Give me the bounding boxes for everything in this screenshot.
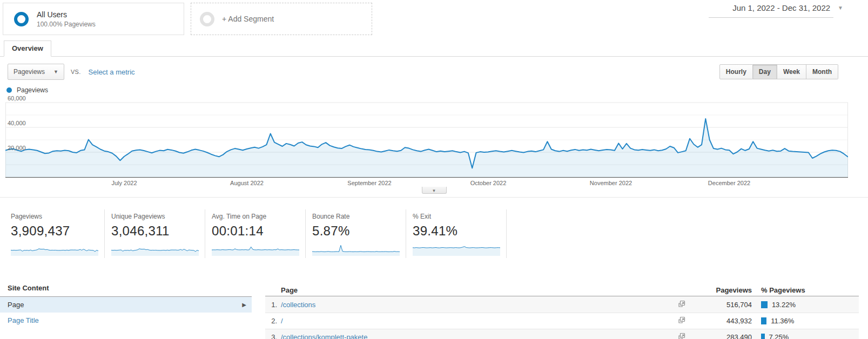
pct-bar [761, 334, 765, 339]
col-header-page[interactable]: Page [265, 286, 672, 294]
stat-value: 3,909,437 [11, 223, 104, 239]
stat-value: 39.41% [413, 223, 506, 239]
stat-label: Pageviews [11, 213, 104, 220]
row-index: 2. [265, 317, 277, 325]
site-content-header: Site Content [0, 284, 252, 297]
segment-ring-icon [14, 12, 29, 26]
pages-table: Page Pageviews % Pageviews 1./collection… [265, 284, 859, 339]
add-segment-ring-icon [200, 12, 214, 26]
legend-dot-icon [6, 87, 12, 93]
col-header-pageviews[interactable]: Pageviews [691, 286, 752, 294]
segment-subtitle: 100.00% Pageviews [37, 21, 96, 28]
granularity-month[interactable]: Month [806, 64, 838, 79]
granularity-buttons: HourlyDayWeekMonth [719, 64, 838, 79]
stat-sparkline [312, 241, 400, 256]
stats-row: Pageviews3,909,437Unique Pageviews3,046,… [4, 209, 868, 258]
stat-card-bounce-rate[interactable]: Bounce Rate5.87% [306, 209, 406, 258]
chevron-down-icon: ▼ [432, 188, 436, 193]
pageviews-value: 443,932 [691, 317, 752, 325]
pageviews-value: 516,704 [691, 301, 752, 309]
legend-label: Pageviews [17, 86, 48, 94]
bottom-section: Site Content Page▶Page Title Site Search… [0, 284, 868, 339]
stat-sparkline [111, 241, 199, 256]
chart-collapse-tab[interactable]: ▼ [422, 187, 447, 194]
x-axis-label: August 2022 [230, 180, 264, 186]
date-caret-icon[interactable]: ▼ [838, 5, 843, 11]
pageviews-chart[interactable]: 20,00040,00060,000July 2022August 2022Se… [5, 94, 848, 189]
page-link[interactable]: / [281, 317, 283, 325]
stat-label: Unique Pageviews [111, 213, 205, 220]
x-axis-label: October 2022 [470, 180, 507, 186]
stat-value: 3,046,311 [111, 223, 205, 239]
stat-label: % Exit [413, 213, 506, 220]
open-page-icon[interactable] [672, 333, 691, 339]
date-range-picker[interactable]: Jun 1, 2022 - Dec 31, 2022 ▼ [709, 2, 843, 18]
controls-row: Pageviews ▼ vs. Select a metric HourlyDa… [0, 57, 868, 80]
page-link[interactable]: /collections [281, 301, 315, 309]
table-row: 1./collections516,70413.22% [265, 296, 859, 313]
row-index: 3. [265, 333, 277, 339]
y-axis-label: 40,000 [8, 120, 26, 126]
pageviews-value: 283,490 [691, 333, 752, 339]
pct-label: 7.25% [769, 333, 789, 339]
stat-card-unique-pageviews[interactable]: Unique Pageviews3,046,311 [105, 209, 205, 258]
date-range-text[interactable]: Jun 1, 2022 - Dec 31, 2022 [709, 2, 833, 18]
nav-item-label: Page Title [8, 316, 39, 324]
add-segment-label: + Add Segment [222, 15, 274, 23]
dropdown-caret-icon: ▼ [53, 69, 58, 74]
y-axis-label: 20,000 [8, 145, 26, 151]
chart-legend: Pageviews [0, 86, 868, 94]
table-row: 2./443,93211.36% [265, 313, 859, 329]
add-segment-button[interactable]: + Add Segment [191, 3, 372, 35]
tab-overview[interactable]: Overview [4, 40, 51, 57]
x-axis-label: July 2022 [111, 180, 137, 186]
stat-label: Bounce Rate [312, 213, 406, 220]
granularity-day[interactable]: Day [753, 64, 777, 79]
x-axis-label: September 2022 [347, 180, 391, 186]
stat-value: 5.87% [312, 223, 406, 239]
pct-bar [761, 301, 768, 308]
x-axis-label: December 2022 [708, 180, 750, 186]
stat-card--exit[interactable]: % Exit39.41% [406, 209, 507, 258]
row-index: 1. [265, 301, 277, 309]
nav-item-label: Page [8, 301, 24, 309]
select-a-metric-link[interactable]: Select a metric [89, 68, 135, 76]
granularity-week[interactable]: Week [777, 64, 806, 79]
x-axis-label: November 2022 [590, 180, 632, 186]
stat-card-avg-time-on-page[interactable]: Avg. Time on Page00:01:14 [205, 209, 306, 258]
segment-all-users[interactable]: All Users 100.00% Pageviews [3, 3, 184, 35]
stat-value: 00:01:14 [212, 223, 305, 239]
stat-card-pageviews[interactable]: Pageviews3,909,437 [4, 209, 105, 258]
granularity-hourly[interactable]: Hourly [719, 64, 753, 79]
stat-label: Avg. Time on Page [212, 213, 305, 220]
col-header-pct-pageviews[interactable]: % Pageviews [752, 286, 859, 294]
pct-label: 13.22% [772, 301, 796, 309]
tab-bar: Overview [0, 40, 868, 57]
nav-item-page-title[interactable]: Page Title [0, 313, 252, 328]
pct-bar [761, 317, 766, 324]
nav-item-page[interactable]: Page▶ [0, 297, 252, 313]
metric-dropdown[interactable]: Pageviews ▼ [8, 64, 64, 80]
report-nav: Site Content Page▶Page Title Site Search [0, 284, 252, 339]
table-row: 3./collections/komplett-pakete283,4907.2… [265, 329, 859, 339]
chart-section: 20,00040,00060,000July 2022August 2022Se… [0, 94, 868, 198]
stat-sparkline [212, 241, 299, 256]
segment-title: All Users [37, 10, 96, 19]
stat-sparkline [11, 241, 98, 256]
pct-pageviews-cell: 13.22% [752, 301, 859, 309]
open-page-icon[interactable] [672, 300, 691, 309]
chevron-right-icon: ▶ [242, 302, 246, 308]
open-page-icon[interactable] [672, 316, 691, 326]
pct-pageviews-cell: 11.36% [752, 317, 859, 325]
y-axis-label: 60,000 [8, 95, 26, 101]
pct-label: 11.36% [771, 317, 794, 325]
stat-sparkline [413, 241, 500, 256]
pct-pageviews-cell: 7.25% [752, 333, 859, 339]
page-link[interactable]: /collections/komplett-pakete [281, 333, 367, 339]
metric-dropdown-label: Pageviews [14, 68, 45, 76]
table-header-row: Page Pageviews % Pageviews [265, 284, 859, 296]
vs-label: vs. [71, 69, 81, 75]
